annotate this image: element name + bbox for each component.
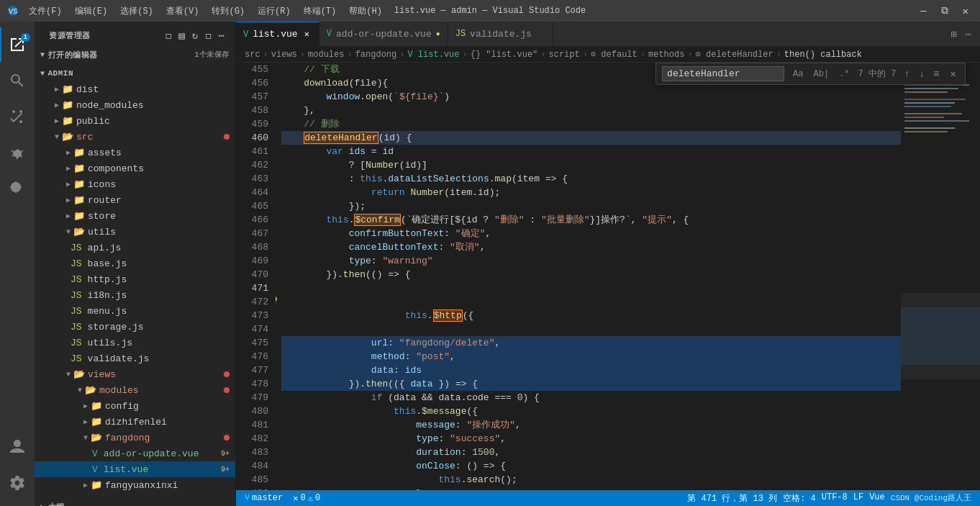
tree-fangdong[interactable]: ▼ 📂 fangdong bbox=[35, 430, 235, 446]
refresh-button[interactable]: ↻ bbox=[190, 28, 200, 43]
tree-http-js[interactable]: JS http.js bbox=[35, 271, 235, 287]
minimap bbox=[901, 63, 980, 490]
tab-list-vue[interactable]: V list.vue ✕ bbox=[236, 22, 319, 46]
git-branch-icon: ⑂ bbox=[245, 493, 250, 503]
components-chevron: ▶ bbox=[63, 164, 73, 173]
activity-scm[interactable] bbox=[0, 99, 35, 134]
activity-bar: 1 bbox=[0, 22, 35, 506]
collapse-button[interactable]: ◻ bbox=[203, 28, 213, 43]
tree-store[interactable]: ▶ 📁 store bbox=[35, 208, 235, 224]
tree-public[interactable]: ▶ 📁 public bbox=[35, 113, 235, 129]
menu-help[interactable]: 帮助(H) bbox=[343, 4, 388, 19]
breadcrumb-src[interactable]: src bbox=[245, 50, 260, 60]
svg-rect-19 bbox=[904, 127, 955, 129]
tree-dizhifenlei[interactable]: ▶ 📁 dizhifenlei bbox=[35, 414, 235, 430]
tree-dist[interactable]: ▶ 📁 dist bbox=[35, 81, 235, 97]
activity-search[interactable] bbox=[0, 63, 35, 98]
activity-extensions[interactable] bbox=[0, 171, 35, 206]
code-editor[interactable]: // 下载 download(file){ window.open(`${fil… bbox=[276, 63, 901, 490]
breadcrumb-obj[interactable]: {} "list.vue" bbox=[471, 50, 538, 60]
outline-section[interactable]: ▶ 大纲 bbox=[35, 499, 235, 506]
tree-views[interactable]: ▼ 📂 views bbox=[35, 366, 235, 382]
lightbulb-icon[interactable]: 💡 bbox=[276, 295, 279, 309]
menu-terminal[interactable]: 终端(T) bbox=[298, 4, 342, 19]
tree-src[interactable]: ▼ 📂 src bbox=[35, 129, 235, 145]
menu-run[interactable]: 运行(R) bbox=[252, 4, 296, 19]
open-editors-section: ▼ 打开的编辑器 1个未保存 bbox=[35, 47, 235, 65]
activity-debug[interactable] bbox=[0, 135, 35, 170]
file-tree[interactable]: ▼ ADMIN ▶ 📁 dist ▶ 📁 node_modules ▶ 📁 pu… bbox=[35, 65, 235, 506]
tree-menu-js[interactable]: JS menu.js bbox=[35, 303, 235, 319]
status-errors[interactable]: ✕ 0 ⚠ 0 bbox=[290, 490, 323, 506]
menu-select[interactable]: 选择(S) bbox=[114, 4, 159, 19]
status-position[interactable]: 第 471 行，第 13 列 bbox=[684, 492, 780, 505]
tree-api-js[interactable]: JS api.js bbox=[35, 240, 235, 256]
status-line-ending[interactable]: LF bbox=[850, 492, 866, 502]
find-input[interactable] bbox=[662, 66, 784, 81]
tree-storage-js[interactable]: JS storage.js bbox=[35, 319, 235, 335]
split-editor-button[interactable]: ⊞ bbox=[948, 27, 959, 42]
find-next-button[interactable]: ↓ bbox=[915, 67, 928, 81]
tab-validate-js[interactable]: JS validate.js ✕ bbox=[448, 22, 553, 46]
tree-fangyuanxinxi[interactable]: ▶ 📁 fangyuanxinxi bbox=[35, 477, 235, 493]
find-prev-button[interactable]: ↑ bbox=[900, 67, 913, 81]
menu-view[interactable]: 查看(V) bbox=[160, 4, 205, 19]
more-tabs-button[interactable]: ⋯ bbox=[963, 27, 974, 42]
breadcrumb-modules[interactable]: modules bbox=[308, 50, 344, 60]
maximize-button[interactable]: ⧉ bbox=[937, 4, 953, 19]
match-case-button[interactable]: Aa bbox=[789, 67, 807, 81]
tree-assets[interactable]: ▶ 📁 assets bbox=[35, 145, 235, 161]
tree-modules[interactable]: ▼ 📂 modules bbox=[35, 382, 235, 398]
tab-list-vue-close[interactable]: ✕ bbox=[302, 28, 312, 40]
status-spaces[interactable]: 空格: 4 bbox=[780, 492, 819, 505]
breadcrumb-delete-handler[interactable]: ⊙ deleteHandler bbox=[696, 49, 773, 60]
whole-word-button[interactable]: Ab| bbox=[809, 67, 834, 81]
tree-config[interactable]: ▶ 📁 config bbox=[35, 398, 235, 414]
find-results-button[interactable]: ≡ bbox=[930, 67, 943, 81]
status-encoding[interactable]: UTF-8 bbox=[819, 492, 850, 502]
breadcrumb-fangdong[interactable]: fangdong bbox=[355, 50, 397, 60]
tree-node-modules[interactable]: ▶ 📁 node_modules bbox=[35, 97, 235, 113]
breadcrumb-script[interactable]: script bbox=[549, 50, 580, 60]
tab-add-or-update[interactable]: V add-or-update.vue ● bbox=[319, 22, 448, 46]
tree-utils-js[interactable]: JS utils.js bbox=[35, 335, 235, 351]
tree-components[interactable]: ▶ 📁 components bbox=[35, 161, 235, 176]
status-language[interactable]: Vue bbox=[866, 492, 888, 502]
breadcrumb-methods[interactable]: methods bbox=[648, 50, 684, 60]
menu-file[interactable]: 文件(F) bbox=[23, 4, 68, 19]
breadcrumb-views[interactable]: views bbox=[271, 50, 297, 60]
tree-utils[interactable]: ▼ 📂 utils bbox=[35, 224, 235, 240]
status-branch[interactable]: ⑂ master bbox=[242, 490, 286, 506]
admin-label: ADMIN bbox=[48, 69, 74, 78]
tree-icons[interactable]: ▶ 📁 icons bbox=[35, 176, 235, 192]
activity-settings[interactable] bbox=[0, 466, 35, 500]
tree-base-js[interactable]: JS base.js bbox=[35, 256, 235, 271]
breadcrumb-default[interactable]: ⊙ default bbox=[591, 49, 638, 60]
encoding-label: UTF-8 bbox=[822, 492, 848, 502]
minimize-button[interactable]: — bbox=[916, 4, 930, 19]
tree-list-vue[interactable]: V list.vue 9+ bbox=[35, 461, 235, 477]
find-close-button[interactable]: ✕ bbox=[948, 66, 959, 81]
activity-account[interactable] bbox=[0, 430, 35, 464]
menu-edit[interactable]: 编辑(E) bbox=[69, 4, 114, 19]
fangdong-dot bbox=[224, 435, 230, 441]
new-folder-button[interactable]: ▤ bbox=[176, 28, 186, 43]
code-line-473: method: "post", bbox=[281, 350, 901, 363]
more-actions-button[interactable]: ⋯ bbox=[217, 28, 227, 43]
tree-i18n-js[interactable]: JS i18n.js bbox=[35, 287, 235, 303]
admin-root[interactable]: ▼ ADMIN bbox=[35, 65, 235, 81]
breadcrumb-file[interactable]: V list.vue bbox=[407, 50, 459, 60]
open-editors-header[interactable]: ▼ 打开的编辑器 1个未保存 bbox=[35, 47, 235, 63]
svg-rect-20 bbox=[904, 131, 948, 132]
new-file-button[interactable]: ◻ bbox=[163, 28, 173, 43]
src-label: src bbox=[76, 132, 221, 143]
menu-goto[interactable]: 转到(G) bbox=[206, 4, 250, 19]
tree-add-or-update[interactable]: V add-or-update.vue 9+ bbox=[35, 446, 235, 461]
minimap-svg bbox=[901, 63, 980, 490]
js-icon: JS bbox=[71, 290, 82, 301]
tree-router[interactable]: ▶ 📁 router bbox=[35, 192, 235, 208]
activity-explorer[interactable]: 1 bbox=[0, 27, 35, 62]
regex-button[interactable]: .* bbox=[835, 67, 853, 81]
tree-validate-js[interactable]: JS validate.js bbox=[35, 351, 235, 366]
close-button[interactable]: ✕ bbox=[958, 4, 973, 19]
